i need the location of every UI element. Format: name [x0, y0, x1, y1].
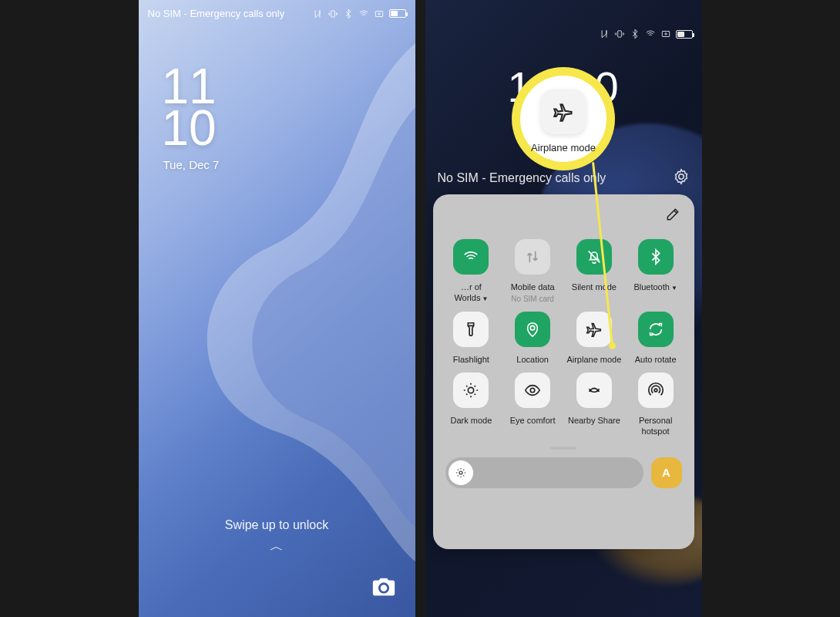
status-icons: [312, 8, 406, 19]
qs-label: Personal hotspot: [628, 416, 684, 437]
qs-tile-flashlight: Flashlight: [442, 312, 501, 366]
wifi-icon: [645, 29, 656, 39]
callout-label: Airplane mode: [531, 142, 596, 153]
qs-label: …r of Worlds▼: [443, 282, 499, 304]
edit-tiles-button[interactable]: [665, 207, 680, 222]
lock-clock: 11 10: [162, 66, 217, 150]
mobile-data-icon: [524, 248, 541, 265]
airplane-icon: [586, 321, 603, 338]
auto-brightness-toggle[interactable]: A: [651, 457, 682, 488]
nfc-icon: [312, 8, 323, 19]
bell-off-icon: [586, 248, 603, 265]
dark-mode-icon: [462, 382, 479, 399]
screen-record-icon: [660, 29, 671, 39]
quicksettings-phone: 11:10 No SIM - Emergency calls only Airp…: [425, 0, 702, 617]
bluetooth-icon: [630, 29, 640, 39]
qs-tile-nearby: Nearby Share: [565, 373, 623, 437]
qs-label: Airplane mode: [566, 355, 621, 366]
airplane-icon: [541, 89, 586, 134]
brightness-thumb[interactable]: [449, 460, 473, 485]
location-icon: [524, 321, 541, 338]
battery-icon: [676, 30, 693, 39]
qs-sublabel: No SIM card: [511, 295, 554, 303]
chevron-down-icon: ▼: [671, 285, 677, 292]
qs-label: Silent mode: [572, 282, 617, 293]
auto-brightness-label: A: [662, 466, 670, 479]
qs-tile-location: Location: [503, 312, 562, 366]
qs-label: Mobile data: [511, 282, 555, 293]
qs-tile-hotspot: Personal hotspot: [627, 373, 685, 437]
qs-label: Location: [516, 355, 549, 366]
battery-icon: [389, 9, 406, 18]
qs-label: Eye comfort: [510, 416, 556, 427]
qs-label: Dark mode: [450, 416, 492, 427]
qs-toggle-wifi[interactable]: [453, 239, 489, 275]
wifi-icon: [358, 8, 369, 19]
screen-record-icon: [374, 8, 385, 19]
clock-minutes: 10: [162, 107, 217, 149]
panel-drag-handle[interactable]: [550, 447, 576, 450]
qs-label: Nearby Share: [568, 416, 620, 427]
settings-button[interactable]: [673, 168, 690, 185]
qs-toggle-bell-off[interactable]: [576, 239, 612, 275]
qs-toggle-mobile-data[interactable]: [515, 239, 550, 275]
vibrate-icon: [614, 29, 625, 39]
sun-icon: [455, 467, 467, 479]
qs-toggle-flashlight[interactable]: [453, 312, 489, 347]
qs-label: Flashlight: [453, 355, 489, 366]
qs-toggle-location[interactable]: [515, 312, 550, 347]
qs-toggle-hotspot[interactable]: [638, 373, 674, 408]
qs-label: Bluetooth▼: [633, 282, 677, 293]
vibrate-icon: [328, 8, 338, 19]
quick-settings-panel: …r of Worlds▼Mobile dataNo SIM cardSilen…: [433, 194, 694, 549]
flashlight-icon: [462, 321, 479, 338]
rotate-icon: [647, 321, 664, 338]
eye-icon: [524, 382, 541, 399]
bluetooth-icon: [647, 248, 664, 265]
brightness-slider[interactable]: [445, 457, 643, 488]
camera-shortcut[interactable]: [371, 574, 397, 600]
status-bar: No SIM - Emergency calls only: [139, 8, 415, 19]
qs-grid: …r of Worlds▼Mobile dataNo SIM cardSilen…: [442, 239, 685, 437]
nearby-icon: [586, 382, 603, 399]
qs-toggle-airplane[interactable]: [576, 312, 612, 347]
qs-toggle-rotate[interactable]: [638, 312, 674, 347]
sim-notice: No SIM - Emergency calls only: [438, 171, 606, 185]
status-text: No SIM - Emergency calls only: [148, 8, 285, 19]
qs-tile-eye: Eye comfort: [503, 373, 562, 437]
bluetooth-icon: [343, 8, 354, 19]
qs-toggle-bluetooth[interactable]: [638, 239, 674, 275]
hotspot-icon: [647, 382, 664, 399]
status-bar: [599, 29, 693, 39]
qs-tile-rotate: Auto rotate: [627, 312, 685, 366]
qs-tile-bell-off: Silent mode: [565, 239, 623, 304]
airplane-mode-callout: Airplane mode: [512, 67, 615, 170]
qs-tile-mobile-data: Mobile dataNo SIM card: [503, 239, 562, 304]
qs-tile-airplane: Airplane mode: [565, 312, 623, 366]
qs-label: Auto rotate: [635, 355, 677, 366]
unlock-hint: Swipe up to unlock: [139, 518, 415, 532]
qs-tile-dark-mode: Dark mode: [442, 373, 501, 437]
lockscreen-phone: No SIM - Emergency calls only 11 10 Tue,…: [139, 0, 415, 617]
qs-tile-wifi: …r of Worlds▼: [442, 239, 501, 304]
qs-tile-bluetooth: Bluetooth▼: [627, 239, 685, 304]
qs-toggle-nearby[interactable]: [576, 373, 612, 408]
qs-toggle-dark-mode[interactable]: [453, 373, 489, 408]
wifi-icon: [462, 248, 479, 265]
lock-date: Tue, Dec 7: [163, 158, 220, 171]
qs-toggle-eye[interactable]: [515, 373, 550, 408]
unlock-chevron-icon[interactable]: ︿: [139, 537, 415, 555]
chevron-down-icon: ▼: [482, 295, 488, 302]
nfc-icon: [599, 29, 610, 39]
